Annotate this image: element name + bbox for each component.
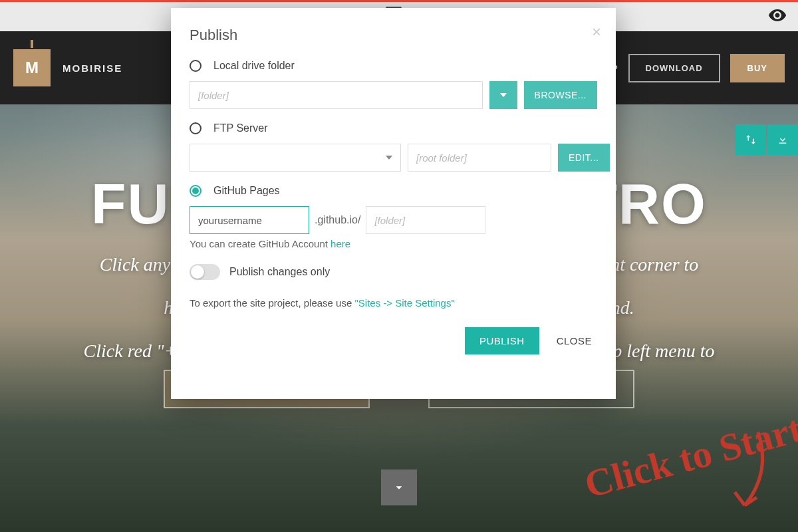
publish-changes-only-toggle[interactable]: [190, 264, 220, 280]
publish-changes-only-label: Publish changes only: [229, 266, 330, 278]
download-icon[interactable]: [767, 124, 798, 155]
preview-eye-icon[interactable]: [769, 8, 786, 25]
brand-name: MOBIRISE: [63, 63, 122, 74]
ftp-label: FTP Server: [213, 122, 268, 134]
github-create-account-link[interactable]: here: [331, 238, 350, 249]
scroll-down-button[interactable]: [381, 469, 417, 505]
radio-github-pages[interactable]: [190, 185, 201, 197]
radio-ftp[interactable]: [190, 122, 201, 134]
publish-button[interactable]: PUBLISH: [465, 327, 539, 354]
github-username-input[interactable]: [190, 206, 309, 234]
ftp-edit-button[interactable]: EDIT...: [558, 144, 610, 172]
arrow-annotation-icon: [685, 426, 778, 519]
export-note: To export the site project, please use "…: [190, 297, 597, 309]
publish-dialog: Publish × Local drive folder BROWSE... F…: [171, 8, 616, 399]
github-pages-label: GitHub Pages: [213, 185, 280, 197]
sites-site-settings-link[interactable]: "Sites -> Site Settings": [354, 297, 454, 309]
side-action-buttons: [735, 124, 798, 155]
download-button[interactable]: DOWNLOAD: [628, 54, 720, 82]
github-domain-suffix: .github.io/: [315, 214, 360, 226]
local-folder-dropdown[interactable]: [489, 81, 517, 109]
ftp-root-folder-input[interactable]: [408, 144, 551, 172]
ftp-server-select[interactable]: [190, 144, 401, 172]
github-folder-input[interactable]: [366, 206, 485, 234]
buy-button[interactable]: BUY: [730, 54, 785, 82]
local-folder-input[interactable]: [190, 81, 483, 109]
logo-icon[interactable]: M: [13, 49, 51, 86]
window-top-border: [0, 0, 798, 2]
reorder-icon[interactable]: [735, 124, 766, 155]
radio-local-drive[interactable]: [190, 60, 201, 72]
github-helper-text: You can create GitHub Account here: [190, 238, 597, 249]
local-drive-label: Local drive folder: [213, 60, 295, 72]
close-button[interactable]: CLOSE: [551, 327, 597, 354]
dialog-title: Publish: [190, 27, 597, 44]
browse-button[interactable]: BROWSE...: [524, 81, 597, 109]
close-icon[interactable]: ×: [592, 24, 601, 40]
